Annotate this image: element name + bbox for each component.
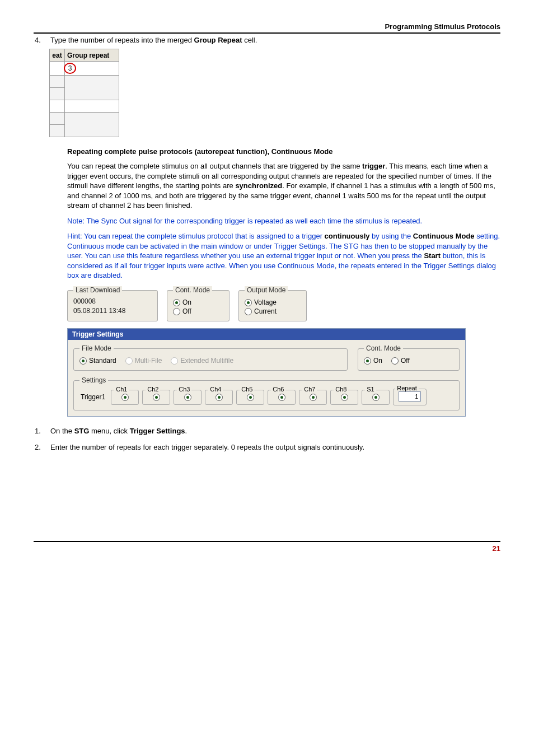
radio-cont-off[interactable]: Off [173,307,223,315]
fieldset-trigger-cont-mode: Cont. Mode On Off [358,344,460,371]
channel-ch5[interactable]: Ch5 [236,390,264,405]
cell-r3-c1 [50,88,65,100]
radio-dot-icon [79,357,87,365]
ch-label: S1 [365,386,376,393]
step-1-text: On the STG menu, click Trigger Settings. [50,427,500,435]
step-2-text: Enter the number of repeats for each tri… [50,443,500,451]
p1-b1: trigger [362,162,385,170]
channel-s1[interactable]: S1 [362,390,390,405]
label-cont-off: Off [401,357,410,365]
s1-b2: Trigger Settings [130,427,185,435]
radio-dot-icon [245,308,252,315]
fieldset-file-mode: File Mode Standard Multi-File Extended M… [73,344,348,371]
channel-ch8[interactable]: Ch8 [330,390,358,405]
legend-last-download: Last Download [73,286,122,294]
label-standard: Standard [89,357,116,365]
step-2-number: 2. [34,443,50,451]
p1-t1: You can repeat the complete stimulus on … [67,162,362,170]
repeat-input[interactable]: 1 [399,391,421,402]
cell-r4-c1 [50,100,65,113]
label-cont-on: On [373,357,382,365]
radio-trigger-cont-off[interactable]: Off [391,357,410,365]
fieldset-cont-mode: Cont. Mode On Off [167,286,229,321]
note-text: Note: The Sync Out signal for the corres… [67,216,500,226]
radio-file-standard[interactable]: Standard [79,357,116,365]
trigger-settings-panel: Trigger Settings File Mode Standard Mult… [67,328,466,417]
ch-label: Ch7 [302,386,317,393]
step-1-number: 1. [34,427,50,435]
cell-r5-c1 [50,113,65,125]
radio-dot-icon [184,394,191,401]
col-group-repeat: Group repeat [65,49,119,62]
fieldset-last-download: Last Download 000008 05.08.2011 13:48 [67,286,158,321]
s1-b1: STG [74,427,90,435]
legend-output-mode: Output Mode [245,286,288,294]
ch-label: Ch5 [240,386,254,393]
channel-ch1[interactable]: Ch1 [111,390,139,405]
fieldset-output-mode: Output Mode Voltage Current [238,286,307,321]
step-4-pre: Type the number of repeats into the merg… [50,36,194,44]
channel-ch4[interactable]: Ch4 [205,390,233,405]
radio-dot-icon [171,357,178,365]
hint-b2: Continuous Mode [413,232,475,240]
radio-output-voltage[interactable]: Voltage [245,298,301,306]
label-off: Off [182,307,191,315]
step-4-text: Type the number of repeats into the merg… [50,36,500,44]
repeat-label: Repeat [395,385,418,391]
ch-label: Ch4 [208,386,223,393]
last-download-id: 000008 [73,297,152,305]
hint-b1: continuously [325,232,370,240]
trigger-settings-title: Trigger Settings [68,329,465,340]
step-4-bold: Group Repeat [194,36,242,44]
fieldset-settings: Settings Trigger1 Ch1 Ch2 Ch3 Ch4 Ch5 Ch… [73,376,460,410]
ch-label: Ch3 [177,386,191,393]
channel-ch3[interactable]: Ch3 [174,390,202,405]
repeat-box: Repeat 1 [393,389,427,405]
col-eat: eat [50,49,65,62]
hint-b3: Start [424,251,441,260]
cell-eat-1 [50,62,65,76]
legend-settings: Settings [79,376,108,384]
section-heading: Repeating complete pulse protocols (auto… [67,147,500,156]
label-multi: Multi-File [135,357,162,365]
label-ext: Extended Multifile [180,357,233,365]
radio-cont-on[interactable]: On [173,298,223,306]
step-4-post: cell. [242,36,257,44]
hint-t1: Hint: You can repeat the complete stimul… [67,232,325,240]
radio-dot-icon [121,394,129,401]
radio-output-current[interactable]: Current [245,307,301,315]
legend-cont-mode: Cont. Mode [173,286,212,294]
s1-t3: . [185,427,188,435]
last-download-time: 05.08.2011 13:48 [73,307,152,315]
step-4-number: 4. [34,36,50,44]
paragraph-1: You can repeat the complete stimulus on … [67,161,500,211]
p1-b2: synchronized [235,181,282,190]
legend-file-mode: File Mode [79,344,114,352]
legend-trigger-cont-mode: Cont. Mode [364,344,403,352]
channel-ch2[interactable]: Ch2 [142,390,170,405]
cell-r2-c1 [50,76,65,88]
label-on: On [182,298,191,306]
ch-label: Ch6 [271,386,285,393]
s1-t2: menu, click [89,427,129,435]
radio-dot-icon [125,357,133,365]
radio-dot-icon [310,394,317,401]
label-current: Current [254,307,277,315]
radio-dot-icon [173,308,180,315]
radio-dot-icon [247,394,254,401]
group-repeat-table: eat Group repeat 3 [49,49,119,137]
gui-row-1: Last Download 000008 05.08.2011 13:48 Co… [67,286,500,321]
hint-t2: by using the [370,232,413,240]
radio-dot-icon [173,299,180,306]
ch-label: Ch8 [334,386,348,393]
radio-trigger-cont-on[interactable]: On [364,357,382,365]
page-header: Programming Stimulus Protocols [34,22,500,34]
channel-ch7[interactable]: Ch7 [299,390,327,405]
cell-merged-r5 [65,113,119,137]
radio-dot-icon [245,299,252,306]
radio-file-multi: Multi-File [125,357,162,365]
label-voltage: Voltage [254,298,277,306]
channel-ch6[interactable]: Ch6 [268,390,296,405]
trigger1-label: Trigger1 [81,393,105,401]
ch-label: Ch1 [114,386,129,393]
